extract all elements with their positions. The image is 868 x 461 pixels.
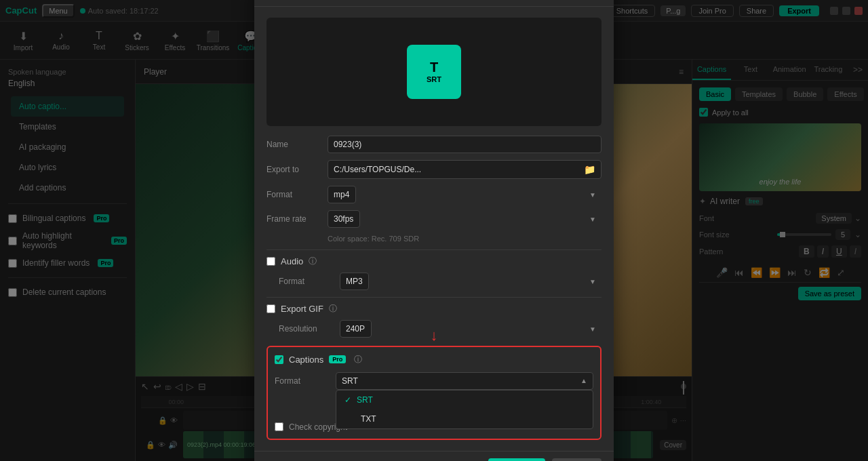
- captions-format-selector[interactable]: SRT ▲: [336, 372, 593, 390]
- captions-pro-badge: Pro: [329, 355, 346, 363]
- frame-rate-select[interactable]: 30fps 60fps 24fps: [328, 210, 360, 228]
- export-to-input[interactable]: [334, 165, 584, 174]
- gif-label: Export GIF: [281, 304, 323, 314]
- format-select-wrapper: mp4 mov ▼: [328, 186, 601, 203]
- captions-format-srt-option[interactable]: ✓ SRT: [336, 390, 593, 409]
- gif-resolution-select-wrapper: 240P 480P 720P ▼: [340, 320, 601, 338]
- gif-resolution-inner-row: Resolution 240P 480P 720P ▼: [279, 320, 601, 338]
- audio-format-row: Format MP3 AAC ▼: [267, 273, 601, 290]
- captions-section-label: Captions: [289, 355, 323, 365]
- audio-label: Audio: [281, 256, 303, 266]
- name-row: Name: [267, 136, 601, 153]
- captions-check-row: Captions Pro ⓘ: [275, 354, 593, 365]
- captions-format-arrow-icon: ▲: [580, 377, 587, 384]
- cancel-button[interactable]: Cancel: [552, 458, 601, 462]
- srt-option-label: SRT: [357, 395, 373, 405]
- modal-body: T SRT Name Export to 📁 Format: [254, 7, 614, 451]
- captions-format-label: Format: [275, 376, 336, 386]
- captions-format-txt-option[interactable]: TXT: [336, 409, 593, 428]
- audio-section-row: Audio ⓘ: [267, 249, 601, 273]
- captions-format-dropdown: ✓ SRT TXT: [336, 390, 593, 429]
- txt-option-label: TXT: [361, 414, 376, 424]
- captions-section: Captions Pro ⓘ Format SRT ▲: [267, 346, 601, 440]
- name-input[interactable]: [328, 136, 601, 153]
- name-label: Name: [267, 140, 328, 149]
- audio-format-select[interactable]: MP3 AAC: [340, 273, 369, 290]
- modal-overlay: Export T SRT Name Export to: [0, 0, 868, 461]
- format-label: Format: [267, 190, 328, 199]
- export-modal: Export T SRT Name Export to: [254, 0, 614, 461]
- format-select[interactable]: mp4 mov: [328, 186, 356, 203]
- captions-enable-checkbox[interactable]: [275, 355, 283, 364]
- format-chevron-icon: ▼: [589, 191, 596, 198]
- audio-info-icon: ⓘ: [309, 256, 317, 267]
- preview-thumbnail: T SRT: [407, 45, 461, 99]
- folder-icon[interactable]: 📁: [584, 164, 595, 175]
- gif-resolution-chevron-icon: ▼: [589, 325, 596, 332]
- format-row: Format mp4 mov ▼: [267, 186, 601, 203]
- export-to-label: Export to: [267, 165, 328, 174]
- captions-info-icon: ⓘ: [354, 354, 362, 365]
- frame-rate-row: Frame rate 30fps 60fps 24fps ▼: [267, 210, 601, 228]
- audio-format-label: Format: [279, 277, 340, 286]
- modal-preview-area: T SRT: [267, 18, 601, 126]
- preview-srt-label: T SRT: [427, 60, 441, 83]
- color-space-text: Color space: Rec. 709 SDR: [328, 235, 601, 243]
- export-to-row: Export to 📁: [267, 160, 601, 179]
- audio-format-chevron-icon: ▼: [589, 277, 596, 285]
- frame-rate-chevron-icon: ▼: [589, 215, 596, 222]
- gif-resolution-select[interactable]: 240P 480P 720P: [340, 320, 372, 338]
- captions-format-dropdown-container: SRT ▲ ✓ SRT TXT: [336, 372, 593, 390]
- audio-format-select-wrapper: MP3 AAC ▼: [340, 273, 601, 290]
- modal-footer: 📄 ℹ Pro benefits: 1 item Join Pro Cancel: [254, 451, 614, 462]
- gif-info-icon: ⓘ: [329, 303, 337, 315]
- captions-format-current: SRT: [342, 376, 358, 386]
- join-pro-button[interactable]: Join Pro: [488, 458, 545, 462]
- audio-checkbox[interactable]: [267, 257, 275, 266]
- export-to-input-wrapper: 📁: [328, 160, 601, 179]
- copyright-checkbox[interactable]: [275, 422, 283, 431]
- audio-format-inner-row: Format MP3 AAC ▼: [279, 273, 601, 290]
- srt-check-icon: ✓: [344, 395, 351, 405]
- modal-header: Export: [254, 0, 614, 7]
- captions-section-container: ↓ Captions Pro ⓘ Format SRT: [267, 346, 601, 440]
- footer-right: Join Pro Cancel: [488, 458, 601, 462]
- gif-checkbox[interactable]: [267, 304, 275, 313]
- gif-section-row: Export GIF ⓘ: [267, 297, 601, 320]
- gif-resolution-label: Resolution: [279, 324, 340, 334]
- frame-rate-select-wrapper: 30fps 60fps 24fps ▼: [328, 210, 601, 228]
- frame-rate-label: Frame rate: [267, 214, 328, 224]
- captions-format-row: Format SRT ▲ ✓ SRT: [275, 372, 593, 390]
- red-arrow-icon: ↓: [431, 327, 438, 344]
